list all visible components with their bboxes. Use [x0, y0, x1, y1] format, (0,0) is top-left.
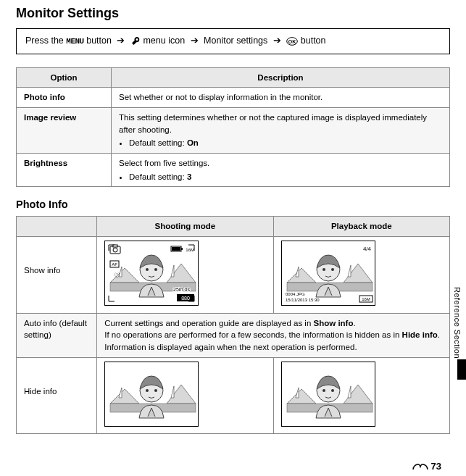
- svg-text:25m 0s: 25m 0s: [173, 287, 190, 292]
- hide-info-label: Hide info: [17, 357, 97, 434]
- table-row: Auto info (default setting) Current sett…: [17, 313, 450, 357]
- svg-text:OK: OK: [288, 39, 296, 44]
- option-brightness-desc: Select from five settings. Default setti…: [112, 153, 450, 186]
- default-label: Default setting:: [129, 138, 185, 147]
- page-number: 73: [431, 461, 441, 472]
- arrow-icon: ➔: [270, 36, 284, 46]
- wrench-icon: [130, 36, 141, 46]
- lcd-illustration-hide-info-play: [281, 362, 375, 427]
- svg-text:0004.JPG: 0004.JPG: [286, 292, 305, 296]
- arrow-icon: ➔: [188, 36, 201, 46]
- svg-point-54: [331, 389, 334, 392]
- brightness-default: Default setting: 3: [129, 171, 442, 183]
- hide-info-playback-illustration: [273, 357, 449, 434]
- default-value: 3: [187, 172, 191, 181]
- svg-text:15/11/2013  15:30: 15/11/2013 15:30: [286, 298, 320, 302]
- auto-info-text-2b: Hide info: [402, 330, 438, 339]
- lcd-illustration-show-info-play: 4/4 0004.JPG 15/11/2013 15:30 16M: [281, 241, 375, 306]
- svg-text:880: 880: [181, 296, 190, 301]
- overlay-16m: 16M: [186, 248, 195, 252]
- instruction-monitor-settings: Monitor settings: [204, 36, 267, 46]
- svg-rect-12: [113, 245, 117, 247]
- svg-point-30: [323, 268, 325, 271]
- show-info-label: Show info: [17, 236, 97, 313]
- option-brightness: Brightness: [17, 153, 112, 186]
- svg-text:AF: AF: [112, 262, 117, 267]
- photo-info-header-shooting: Shooting mode: [97, 217, 273, 237]
- options-table-header-option: Option: [17, 67, 112, 88]
- auto-info-label: Auto info (default setting): [17, 313, 97, 357]
- brightness-desc-text: Select from five settings.: [119, 159, 209, 167]
- page-title: Monitor Settings: [16, 6, 450, 21]
- footer-icon: [412, 462, 428, 471]
- svg-point-53: [323, 389, 325, 392]
- hide-info-shooting-illustration: [97, 357, 273, 434]
- auto-info-text-1b: Show info: [314, 319, 354, 327]
- ok-icon: OK: [286, 37, 298, 46]
- options-table: Option Description Photo info Set whethe…: [16, 67, 450, 188]
- auto-info-text-2a: If no operations are performed for a few…: [104, 330, 401, 339]
- table-row: Brightness Select from five settings. De…: [17, 153, 450, 186]
- default-value: On: [187, 138, 199, 147]
- page-footer: 73: [412, 461, 441, 472]
- svg-rect-15: [181, 248, 183, 250]
- lcd-illustration-show-info-shoot: 16M AF ♡ 25m 0s 880: [104, 241, 199, 306]
- option-image-review: Image review: [17, 107, 112, 153]
- table-row: Image review This setting determines whe…: [17, 107, 450, 153]
- photo-info-header-playback: Playback mode: [273, 217, 449, 237]
- auto-info-text-1c: .: [353, 319, 355, 327]
- table-row: Photo info Set whether or not to display…: [17, 88, 450, 108]
- side-tab-reference-section: Reference Section: [452, 284, 463, 362]
- svg-point-10: [154, 268, 157, 271]
- instruction-menu-icon-text: menu icon: [143, 36, 185, 46]
- side-thumb-marker: [457, 359, 466, 380]
- arrow-icon: ➔: [114, 36, 128, 46]
- auto-info-description: Current settings and operation guide are…: [97, 313, 450, 357]
- photo-info-table: Shooting mode Playback mode Show info: [16, 216, 450, 434]
- svg-text:16M: 16M: [362, 297, 370, 301]
- lcd-illustration-hide-info-shoot: [104, 362, 199, 427]
- svg-point-45: [154, 389, 157, 392]
- photo-info-subheading: Photo Info: [16, 199, 450, 210]
- table-row: Show info: [17, 236, 450, 313]
- option-image-review-desc: This setting determines whether or not t…: [112, 107, 450, 153]
- show-info-shooting-illustration: 16M AF ♡ 25m 0s 880: [97, 236, 273, 313]
- svg-text:4/4: 4/4: [362, 246, 371, 252]
- instruction-word-button1: button: [86, 36, 112, 46]
- table-row: Hide info: [17, 357, 450, 434]
- image-review-desc-text: This setting determines whether or not t…: [119, 113, 427, 134]
- menu-button-glyph: MENU: [66, 37, 83, 46]
- show-info-playback-illustration: 4/4 0004.JPG 15/11/2013 15:30 16M: [273, 236, 449, 313]
- default-label: Default setting:: [129, 172, 185, 181]
- image-review-default: Default setting: On: [129, 137, 442, 149]
- instruction-word-button2: button: [301, 36, 326, 46]
- instruction-prefix: Press the: [25, 36, 64, 46]
- option-photo-info: Photo info: [17, 88, 112, 108]
- svg-point-31: [331, 268, 334, 271]
- svg-point-44: [146, 389, 149, 392]
- photo-info-corner-cell: [17, 217, 97, 237]
- navigation-instruction: Press the MENU button ➔ menu icon ➔ Moni…: [16, 28, 450, 54]
- option-photo-info-desc: Set whether or not to display informatio…: [112, 88, 450, 108]
- svg-rect-16: [172, 247, 180, 251]
- options-table-header-description: Description: [112, 67, 450, 88]
- svg-point-9: [146, 268, 149, 271]
- auto-info-text-1a: Current settings and operation guide are…: [104, 319, 313, 327]
- svg-text:♡: ♡: [114, 272, 120, 280]
